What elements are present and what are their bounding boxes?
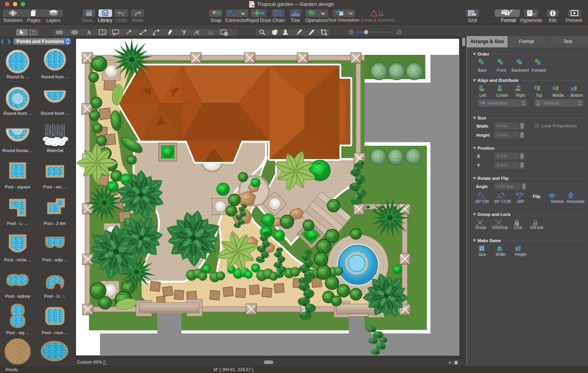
svg-text:T: T (102, 31, 103, 34)
svg-text:A: A (87, 30, 91, 36)
svg-text:T: T (32, 31, 34, 34)
